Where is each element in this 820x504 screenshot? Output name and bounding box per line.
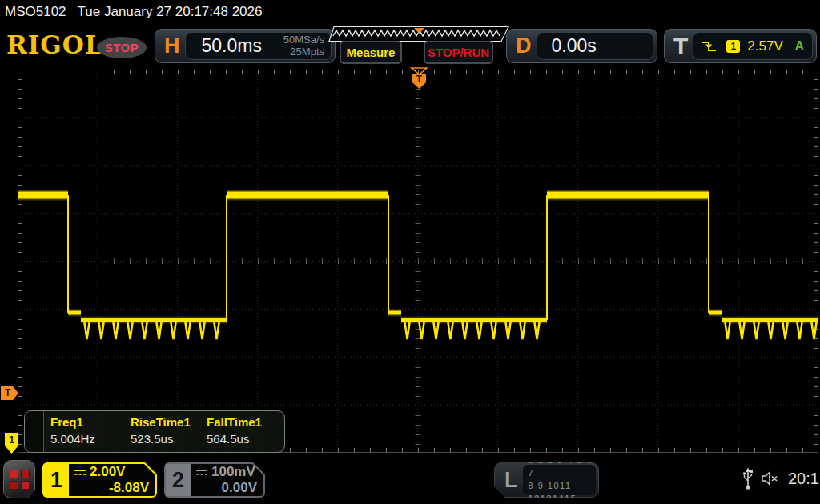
channel1-status-block[interactable]: 1 2.00V -8.08V xyxy=(42,462,157,498)
logic-row-2: 8 9 1011 12131415 xyxy=(529,480,597,504)
graticule-and-waveform xyxy=(18,70,818,453)
trigger-display: 1 2.57V A xyxy=(693,32,813,60)
measure-button[interactable]: Measure xyxy=(340,41,402,64)
measurement-results: Freq1 5.004Hz RiseTime1 523.5us FallTime… xyxy=(44,411,284,452)
falling-edge-icon xyxy=(701,40,718,53)
stop-run-button[interactable]: STOP/RUN xyxy=(424,41,493,64)
titlebar: MSO5102Tue January 27 20:17:48 2026 xyxy=(5,0,273,24)
channel2-offset: 0.00V xyxy=(195,480,257,496)
measurement-label: RiseTime1 xyxy=(131,415,207,429)
logic-channels-block[interactable]: L 0 1 2 3 4 5 6 7 8 9 1011 12131415 xyxy=(494,462,599,498)
model-name: MSO5102 xyxy=(5,4,66,19)
measurement-value: 564.5us xyxy=(207,432,284,446)
trigger-mode: A xyxy=(794,39,804,54)
acquisition-state-badge: STOP xyxy=(97,37,147,58)
channel1-offset: -8.08V xyxy=(74,480,149,496)
oscilloscope-screen: MSO5102Tue January 27 20:17:48 2026 RIGO… xyxy=(0,0,820,504)
logic-row-1: 0 1 2 3 4 5 6 7 xyxy=(529,454,597,480)
sound-muted-icon[interactable] xyxy=(761,470,780,486)
red-square-icon xyxy=(10,481,18,490)
channel2-number: 2 xyxy=(166,464,191,496)
trigger-position-letter: T xyxy=(416,74,423,85)
measurement-item: Freq1 5.004Hz xyxy=(50,415,131,452)
trigger-level-marker[interactable]: T xyxy=(1,386,18,400)
rigol-logo: RIGOL xyxy=(6,30,103,59)
sample-rate: 50MSa/s xyxy=(283,34,324,46)
measurement-panel[interactable]: Freq1 5.004Hz RiseTime1 523.5us FallTime… xyxy=(24,410,285,453)
channel2-scale: 100mV xyxy=(211,464,255,480)
timebase-value: 50.0ms xyxy=(202,35,262,57)
memory-depth: 25Mpts xyxy=(283,46,324,58)
measurement-value: 5.004Hz xyxy=(50,432,131,446)
trigger-level-value: 2.57V xyxy=(747,38,782,54)
delay-display: 0.00s xyxy=(537,32,654,60)
logic-channel-list: 0 1 2 3 4 5 6 7 8 9 1011 12131415 xyxy=(523,465,597,495)
red-square-icon xyxy=(10,470,18,478)
channel1-scale: 2.00V xyxy=(90,464,125,480)
trigger-source-badge: 1 xyxy=(726,40,740,53)
delay-value: 0.00s xyxy=(552,35,597,57)
function-navigator-button[interactable] xyxy=(3,460,35,498)
channel1-number: 1 xyxy=(44,464,69,496)
sample-rate-display: 50MSa/s 25Mpts xyxy=(283,34,324,58)
horizontal-timebase-box[interactable]: H 50.0ms 50MSa/s 25Mpts xyxy=(155,29,336,63)
trigger-box[interactable]: T 1 2.57V A xyxy=(664,29,817,63)
logic-label: L xyxy=(504,468,518,493)
measurement-value: 523.5us xyxy=(131,432,207,446)
channel2-status-block[interactable]: 2 100mV 0.00V xyxy=(164,462,265,498)
dc-coupling-icon xyxy=(195,468,208,477)
clock-text: 20:17 xyxy=(788,470,820,488)
measurement-label: Freq1 xyxy=(50,415,131,429)
delay-box[interactable]: D 0.00s xyxy=(506,29,657,63)
timebase-display: 50.0ms 50MSa/s 25Mpts xyxy=(185,32,332,60)
delay-label: D xyxy=(516,34,532,58)
measurement-panel-tab[interactable] xyxy=(25,411,44,452)
measurement-item: FallTime1 564.5us xyxy=(207,415,284,452)
waveform-display-area[interactable] xyxy=(18,70,818,453)
dc-coupling-icon xyxy=(74,468,86,477)
red-square-icon xyxy=(21,470,30,478)
trigger-position-marker[interactable]: T xyxy=(408,66,431,90)
red-square-icon xyxy=(21,481,30,490)
measurement-label: FallTime1 xyxy=(207,415,284,429)
trigger-label: T xyxy=(673,33,688,60)
waveform-overview-bar[interactable] xyxy=(328,26,509,42)
channel1-offset-marker[interactable]: 1 xyxy=(5,433,18,454)
measurement-item: RiseTime1 523.5us xyxy=(131,415,207,452)
horizontal-label: H xyxy=(164,34,180,58)
datetime-text: Tue January 27 20:17:48 2026 xyxy=(78,4,263,19)
usb-icon xyxy=(742,467,754,490)
